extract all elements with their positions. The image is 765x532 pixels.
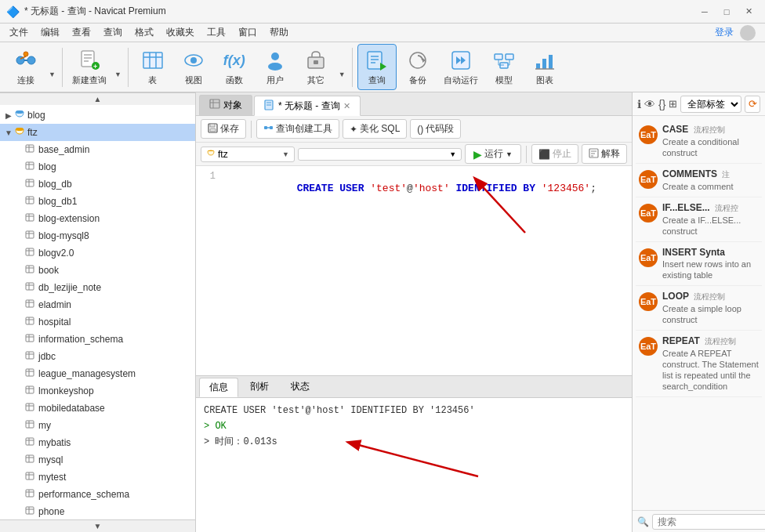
run-button[interactable]: ▶ 运行 ▼: [465, 144, 521, 164]
snippet-desc-case: Create a conditional construct: [662, 136, 759, 158]
sidebar-item-ftz[interactable]: ▼ ftz: [0, 124, 195, 141]
result-tab-info[interactable]: 信息: [199, 378, 238, 397]
minimize-button[interactable]: ─: [694, 4, 715, 20]
toolbar-autorun[interactable]: 自动运行: [439, 45, 483, 89]
sidebar-item-my[interactable]: ▶ my: [0, 417, 195, 434]
braces-icon[interactable]: {}: [658, 98, 665, 110]
sidebar-label-lmonkeyshop: lmonkeyshop: [38, 385, 94, 396]
menu-format[interactable]: 格式: [129, 24, 160, 41]
connect-dropdown-btn[interactable]: ▼: [47, 56, 57, 78]
refresh-snippets-button[interactable]: ⟳: [745, 96, 760, 113]
menu-edit[interactable]: 编辑: [34, 24, 66, 41]
snippet-repeat[interactable]: EaT REPEAT 流程控制 Create A REPEAT construc…: [636, 331, 762, 397]
stop-button[interactable]: ⬛ 停止: [531, 144, 578, 164]
toolbar-view[interactable]: 视图: [174, 45, 213, 89]
sidebar-item-book[interactable]: ▶ book: [0, 262, 195, 279]
snippet-loop[interactable]: EaT LOOP 流程控制 Create a simple loop const…: [636, 286, 762, 331]
sidebar-item-mysql[interactable]: ▶ mysql: [0, 451, 195, 469]
sidebar-item-blog-mysql8[interactable]: ▶ blog-mysql8: [0, 227, 195, 244]
svg-rect-21: [368, 52, 382, 69]
save-button[interactable]: 保存: [201, 119, 246, 139]
sidebar-item-blog_db[interactable]: ▶ blog_db: [0, 176, 195, 193]
new-query-dropdown-btn[interactable]: ▼: [113, 56, 123, 78]
snippet-comments[interactable]: EaT COMMENTS 注 Create a comment: [636, 164, 762, 197]
login-link[interactable]: 登录: [715, 26, 734, 39]
sidebar-item-jdbc[interactable]: ▶ jdbc: [0, 348, 195, 365]
close-button[interactable]: ✕: [738, 4, 759, 20]
sidebar-item-mytest[interactable]: ▶ mytest: [0, 469, 195, 486]
toolbar-new-query[interactable]: + 新建查询: [67, 45, 111, 89]
sidebar-item-hospital[interactable]: ▶ hospital: [0, 313, 195, 331]
sidebar-item-blog-extension[interactable]: ▶ blog-extension: [0, 210, 195, 227]
code-editor[interactable]: 1 CREATE USER 'test'@'host' IDENTIFIED B…: [196, 166, 632, 375]
snippet-insert[interactable]: EaT INSERT Synta Insert new rows into an…: [636, 242, 762, 286]
menu-favorites[interactable]: 收藏夹: [160, 24, 201, 41]
menu-view[interactable]: 查看: [66, 24, 97, 41]
tab-close-button[interactable]: ✕: [343, 101, 350, 111]
snippet-icon-loop: EaT: [639, 292, 658, 311]
sidebar-item-league_managesystem[interactable]: ▶ league_managesystem: [0, 365, 195, 382]
sidebar-item-performance_schema[interactable]: ▶ performance_schema: [0, 486, 195, 503]
svg-point-18: [268, 63, 282, 71]
sidebar-item-blog_db1[interactable]: ▶ blog_db1: [0, 193, 195, 210]
sidebar-item-lmonkeyshop[interactable]: ▶ lmonkeyshop: [0, 382, 195, 400]
sidebar-item-eladmin[interactable]: ▶ eladmin: [0, 296, 195, 313]
eye-icon[interactable]: 👁: [644, 98, 655, 110]
tab-query[interactable]: * 无标题 - 查询 ✕: [254, 96, 361, 116]
sidebar-item-blog[interactable]: ▶ blog: [0, 158, 195, 176]
search-snippets-input[interactable]: [652, 514, 765, 530]
beautify-button[interactable]: ✦ 美化 SQL: [343, 119, 407, 139]
maximize-button[interactable]: □: [716, 4, 737, 20]
toolbar-model[interactable]: 模型: [484, 45, 524, 89]
explain-icon: [589, 148, 599, 161]
snippet-button[interactable]: () 代码段: [410, 119, 461, 139]
sidebar-item-blog-header[interactable]: ▶ blog: [0, 107, 195, 124]
sidebar-item-base_admin[interactable]: ▶ base_admin: [0, 141, 195, 158]
grid-icon[interactable]: ⊞: [669, 98, 677, 110]
menu-window[interactable]: 窗口: [232, 24, 263, 41]
menu-help[interactable]: 帮助: [263, 24, 295, 41]
chart-icon: [532, 48, 557, 73]
toolbar-query[interactable]: 查询: [357, 44, 397, 90]
explain-button[interactable]: 解释: [582, 144, 627, 164]
snippet-case[interactable]: EaT CASE 流程控制 Create a conditional const…: [636, 119, 762, 164]
toolbar-backup[interactable]: 备份: [398, 45, 437, 89]
sidebar-item-mybatis[interactable]: ▶ mybatis: [0, 434, 195, 451]
menu-file[interactable]: 文件: [3, 24, 34, 41]
sidebar-scroll-down[interactable]: ▼: [0, 519, 195, 532]
tag-selector[interactable]: 全部标签: [680, 96, 741, 113]
sidebar-item-blogv2[interactable]: ▶ blogv2.0: [0, 244, 195, 262]
sidebar-item-mobiledatabase[interactable]: ▶ mobiledatabase: [0, 400, 195, 417]
sidebar-item-information_schema[interactable]: ▶ information_schema: [0, 331, 195, 348]
sidebar-label-book: book: [38, 265, 59, 276]
other-dropdown-btn[interactable]: ▼: [337, 56, 347, 78]
sidebar-label-blog_db: blog_db: [38, 179, 72, 190]
snippet-icon-comments: EaT: [639, 170, 658, 189]
svg-rect-98: [26, 455, 34, 462]
menu-tools[interactable]: 工具: [201, 24, 232, 41]
snippet-name-comments: COMMENTS 注: [662, 168, 759, 180]
snippet-ifelse[interactable]: EaT IF...ELSE... 流程控 Create a IF...ELSE.…: [636, 197, 762, 242]
svg-rect-36: [536, 63, 540, 69]
sidebar-item-phone[interactable]: ▶ phone: [0, 503, 195, 519]
sidebar-item-db_lezijie_note[interactable]: ▶ db_lezijie_note: [0, 279, 195, 296]
svg-rect-50: [26, 179, 34, 186]
menu-query[interactable]: 查询: [97, 24, 129, 41]
result-tab-profile[interactable]: 剖析: [240, 377, 279, 396]
sidebar-label-mysql: mysql: [38, 454, 63, 465]
toolbar-function[interactable]: f(x) 函数: [215, 45, 254, 89]
query-builder-button[interactable]: 查询创建工具: [256, 119, 339, 139]
query-area: 保存 查询创建工具 ✦ 美化 SQL () 代码段: [196, 116, 632, 532]
sidebar-scroll-up[interactable]: ▲: [0, 92, 195, 105]
toolbar-table[interactable]: 表: [133, 45, 172, 89]
query-file-selector[interactable]: ▼: [298, 148, 462, 161]
svg-rect-86: [26, 386, 34, 393]
toolbar-connect[interactable]: 连接: [6, 45, 45, 89]
toolbar-user[interactable]: 用户: [256, 45, 295, 89]
tab-object[interactable]: 对象: [199, 95, 252, 115]
result-tab-status[interactable]: 状态: [281, 377, 320, 396]
toolbar-other[interactable]: 其它: [296, 45, 335, 89]
toolbar-chart[interactable]: 图表: [525, 45, 564, 89]
info-icon[interactable]: ℹ: [637, 98, 641, 110]
db-selector[interactable]: ftz ▼: [201, 147, 295, 162]
